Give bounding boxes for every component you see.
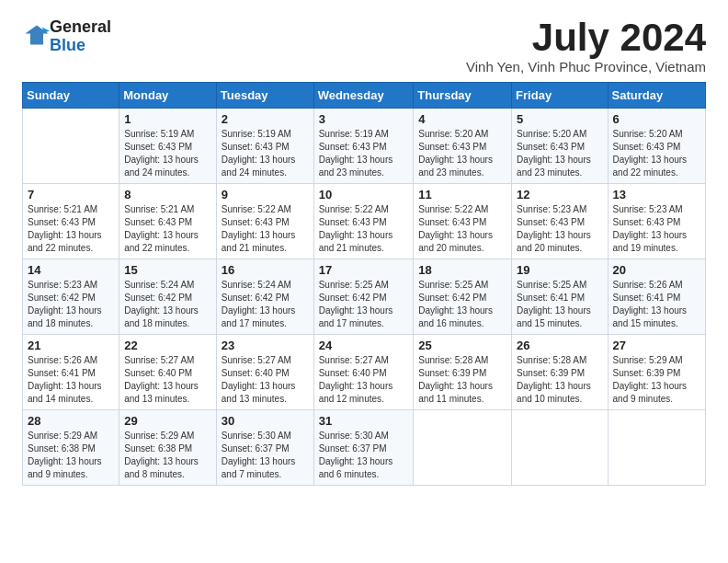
calendar-cell: 9Sunrise: 5:22 AMSunset: 6:43 PMDaylight… [216,184,313,259]
day-number: 8 [124,188,211,201]
calendar-cell: 29Sunrise: 5:29 AMSunset: 6:38 PMDayligh… [119,410,217,486]
day-info: Sunrise: 5:19 AMSunset: 6:43 PMDaylight:… [319,128,409,179]
calendar-cell [608,410,705,486]
calendar-cell: 13Sunrise: 5:23 AMSunset: 6:43 PMDayligh… [608,184,705,259]
day-number: 26 [517,339,602,352]
day-number: 2 [222,112,309,126]
calendar-table: SundayMondayTuesdayWednesdayThursdayFrid… [22,82,706,486]
calendar-cell: 7Sunrise: 5:21 AMSunset: 6:43 PMDaylight… [23,184,119,259]
page-header: General Blue July 2024 Vinh Yen, Vinh Ph… [22,18,706,75]
calendar-week-row: 28Sunrise: 5:29 AMSunset: 6:38 PMDayligh… [23,410,706,486]
calendar-week-row: 7Sunrise: 5:21 AMSunset: 6:43 PMDaylight… [23,184,706,259]
day-info: Sunrise: 5:24 AMSunset: 6:42 PMDaylight:… [222,279,309,330]
day-info: Sunrise: 5:20 AMSunset: 6:43 PMDaylight:… [418,128,506,179]
calendar-cell: 16Sunrise: 5:24 AMSunset: 6:42 PMDayligh… [216,259,313,335]
day-info: Sunrise: 5:28 AMSunset: 6:39 PMDaylight:… [418,354,506,406]
calendar-week-row: 1Sunrise: 5:19 AMSunset: 6:43 PMDaylight… [23,109,706,184]
day-info: Sunrise: 5:22 AMSunset: 6:43 PMDaylight:… [319,203,409,255]
calendar-cell: 21Sunrise: 5:26 AMSunset: 6:41 PMDayligh… [23,335,119,410]
logo-icon [24,22,50,48]
calendar-cell: 22Sunrise: 5:27 AMSunset: 6:40 PMDayligh… [119,335,217,410]
day-info: Sunrise: 5:27 AMSunset: 6:40 PMDaylight:… [222,354,309,406]
calendar-cell: 3Sunrise: 5:19 AMSunset: 6:43 PMDaylight… [313,109,414,184]
day-info: Sunrise: 5:22 AMSunset: 6:43 PMDaylight:… [222,203,309,255]
calendar-cell: 1Sunrise: 5:19 AMSunset: 6:43 PMDaylight… [119,109,217,184]
day-number: 25 [418,339,506,352]
day-info: Sunrise: 5:20 AMSunset: 6:43 PMDaylight:… [613,128,700,179]
title-block: July 2024 Vinh Yen, Vinh Phuc Province, … [466,18,706,75]
day-number: 24 [319,339,409,352]
day-info: Sunrise: 5:26 AMSunset: 6:41 PMDaylight:… [28,354,114,406]
calendar-cell: 28Sunrise: 5:29 AMSunset: 6:38 PMDayligh… [23,410,119,486]
calendar-cell: 27Sunrise: 5:29 AMSunset: 6:39 PMDayligh… [608,335,705,410]
calendar-cell: 2Sunrise: 5:19 AMSunset: 6:43 PMDaylight… [216,109,313,184]
day-info: Sunrise: 5:25 AMSunset: 6:41 PMDaylight:… [517,279,602,330]
day-number: 13 [613,188,700,201]
day-number: 21 [28,339,114,352]
day-number: 17 [319,263,409,277]
calendar-cell: 8Sunrise: 5:21 AMSunset: 6:43 PMDaylight… [119,184,217,259]
day-number: 7 [28,188,114,201]
day-number: 29 [124,414,211,428]
day-info: Sunrise: 5:19 AMSunset: 6:43 PMDaylight:… [222,128,309,179]
day-info: Sunrise: 5:30 AMSunset: 6:37 PMDaylight:… [222,430,309,481]
day-info: Sunrise: 5:29 AMSunset: 6:38 PMDaylight:… [28,430,114,481]
calendar-cell: 4Sunrise: 5:20 AMSunset: 6:43 PMDaylight… [414,109,512,184]
day-info: Sunrise: 5:23 AMSunset: 6:43 PMDaylight:… [517,203,602,255]
day-info: Sunrise: 5:26 AMSunset: 6:41 PMDaylight:… [613,279,700,330]
day-number: 12 [517,188,602,201]
calendar-cell: 24Sunrise: 5:27 AMSunset: 6:40 PMDayligh… [313,335,414,410]
location: Vinh Yen, Vinh Phuc Province, Vietnam [466,59,706,75]
day-info: Sunrise: 5:27 AMSunset: 6:40 PMDaylight:… [319,354,409,406]
day-info: Sunrise: 5:23 AMSunset: 6:43 PMDaylight:… [613,203,700,255]
calendar-cell: 14Sunrise: 5:23 AMSunset: 6:42 PMDayligh… [23,259,119,335]
calendar-cell: 11Sunrise: 5:22 AMSunset: 6:43 PMDayligh… [414,184,512,259]
day-number: 20 [613,263,700,277]
header-tuesday: Tuesday [216,83,313,109]
calendar-cell: 6Sunrise: 5:20 AMSunset: 6:43 PMDaylight… [608,109,705,184]
day-info: Sunrise: 5:24 AMSunset: 6:42 PMDaylight:… [124,279,211,330]
calendar-cell: 30Sunrise: 5:30 AMSunset: 6:37 PMDayligh… [216,410,313,486]
day-info: Sunrise: 5:21 AMSunset: 6:43 PMDaylight:… [124,203,211,255]
day-info: Sunrise: 5:19 AMSunset: 6:43 PMDaylight:… [124,128,211,179]
calendar-cell: 12Sunrise: 5:23 AMSunset: 6:43 PMDayligh… [512,184,608,259]
day-info: Sunrise: 5:20 AMSunset: 6:43 PMDaylight:… [517,128,602,179]
calendar-cell: 25Sunrise: 5:28 AMSunset: 6:39 PMDayligh… [414,335,512,410]
day-number: 1 [124,112,211,126]
day-info: Sunrise: 5:29 AMSunset: 6:39 PMDaylight:… [613,354,700,406]
day-number: 11 [418,188,506,201]
calendar-cell: 17Sunrise: 5:25 AMSunset: 6:42 PMDayligh… [313,259,414,335]
header-friday: Friday [512,83,608,109]
day-number: 5 [517,112,602,126]
day-info: Sunrise: 5:21 AMSunset: 6:43 PMDaylight:… [28,203,114,255]
day-number: 10 [319,188,409,201]
day-number: 30 [222,414,309,428]
svg-marker-0 [25,25,48,44]
day-info: Sunrise: 5:25 AMSunset: 6:42 PMDaylight:… [319,279,409,330]
day-number: 23 [222,339,309,352]
header-wednesday: Wednesday [313,83,414,109]
day-number: 22 [124,339,211,352]
calendar-week-row: 21Sunrise: 5:26 AMSunset: 6:41 PMDayligh… [23,335,706,410]
calendar-cell: 23Sunrise: 5:27 AMSunset: 6:40 PMDayligh… [216,335,313,410]
header-saturday: Saturday [608,83,705,109]
day-number: 4 [418,112,506,126]
day-number: 31 [319,414,409,428]
calendar-cell [512,410,608,486]
calendar-cell: 5Sunrise: 5:20 AMSunset: 6:43 PMDaylight… [512,109,608,184]
day-number: 27 [613,339,700,352]
header-monday: Monday [119,83,217,109]
calendar-cell: 18Sunrise: 5:25 AMSunset: 6:42 PMDayligh… [414,259,512,335]
calendar-cell: 19Sunrise: 5:25 AMSunset: 6:41 PMDayligh… [512,259,608,335]
day-number: 3 [319,112,409,126]
day-info: Sunrise: 5:22 AMSunset: 6:43 PMDaylight:… [418,203,506,255]
day-number: 15 [124,263,211,277]
day-number: 28 [28,414,114,428]
logo-text: General Blue [50,18,111,55]
day-number: 6 [613,112,700,126]
day-info: Sunrise: 5:28 AMSunset: 6:39 PMDaylight:… [517,354,602,406]
header-sunday: Sunday [23,83,119,109]
calendar-cell: 10Sunrise: 5:22 AMSunset: 6:43 PMDayligh… [313,184,414,259]
header-thursday: Thursday [414,83,512,109]
day-number: 18 [418,263,506,277]
